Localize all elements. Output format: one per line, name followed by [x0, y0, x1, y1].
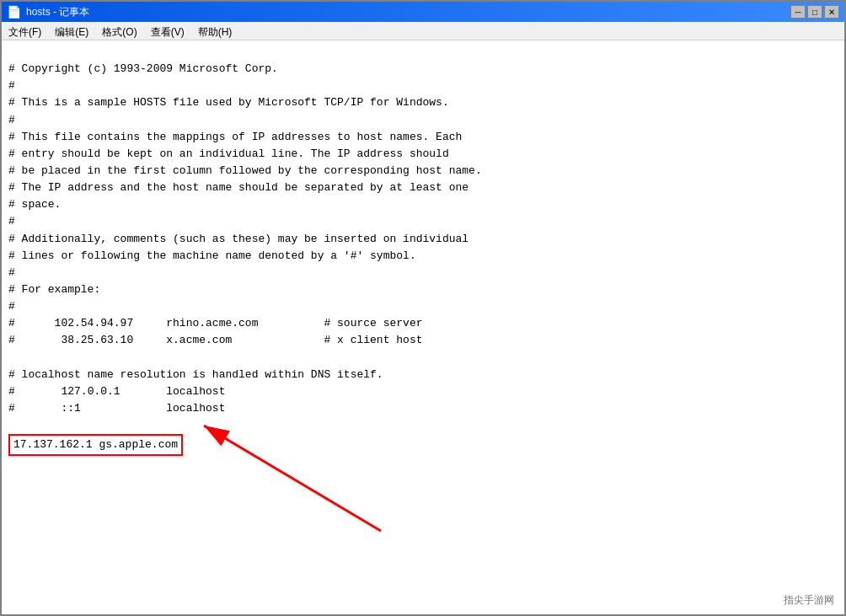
line7: # be placed in the first column followed… [8, 164, 482, 177]
highlighted-entry: 17.137.162.1 gs.apple.com [8, 434, 183, 456]
line1: # Copyright (c) 1993-2009 Microsoft Corp… [8, 62, 278, 75]
line17: # 38.25.63.10 x.acme.com # x client host [8, 334, 422, 346]
line21: # ::1 localhost [8, 402, 225, 415]
line12: # lines or following the machine name de… [8, 249, 416, 262]
maximize-button[interactable]: □ [807, 5, 822, 19]
menu-help[interactable]: 帮助(H) [191, 24, 239, 38]
line11: # Additionally, comments (such as these)… [8, 233, 469, 245]
line9: # space. [8, 198, 61, 211]
notepad-window: 📄 hosts - 记事本 ─ □ ✕ 文件(F) 编辑(E) 格式(O) 查看… [0, 0, 846, 616]
content-area[interactable]: # Copyright (c) 1993-2009 Microsoft Corp… [2, 40, 844, 614]
line20: # 127.0.0.1 localhost [8, 385, 225, 398]
title-bar-buttons: ─ □ ✕ [790, 5, 839, 19]
minimize-button[interactable]: ─ [790, 5, 806, 19]
menu-bar: 文件(F) 编辑(E) 格式(O) 查看(V) 帮助(H) [2, 22, 844, 40]
line16: # 102.54.94.97 rhino.acme.com # source s… [8, 317, 422, 329]
menu-edit[interactable]: 编辑(E) [48, 24, 95, 38]
line13: # [8, 266, 15, 279]
title-bar-text: hosts - 记事本 [26, 5, 785, 19]
watermark: 指尖手游网 [784, 593, 834, 608]
line3: # This is a sample HOSTS file used by Mi… [8, 96, 449, 109]
menu-format[interactable]: 格式(O) [95, 24, 143, 38]
line15: # [8, 300, 15, 313]
title-bar-icon: 📄 [7, 5, 21, 19]
line4: # [8, 114, 15, 126]
close-button[interactable]: ✕ [824, 5, 839, 19]
line6: # entry should be kept on an individual … [8, 147, 449, 160]
title-bar: 📄 hosts - 记事本 ─ □ ✕ [2, 2, 844, 22]
line10: # [8, 215, 15, 228]
notepad-content: # Copyright (c) 1993-2009 Microsoft Corp… [8, 44, 838, 474]
line19: # localhost name resolution is handled w… [8, 368, 383, 381]
line2: # [8, 79, 15, 92]
menu-view[interactable]: 查看(V) [144, 24, 191, 38]
line14: # For example: [8, 283, 100, 296]
line5: # This file contains the mappings of IP … [8, 131, 462, 143]
line8: # The IP address and the host name shoul… [8, 181, 469, 194]
menu-file[interactable]: 文件(F) [2, 24, 48, 38]
